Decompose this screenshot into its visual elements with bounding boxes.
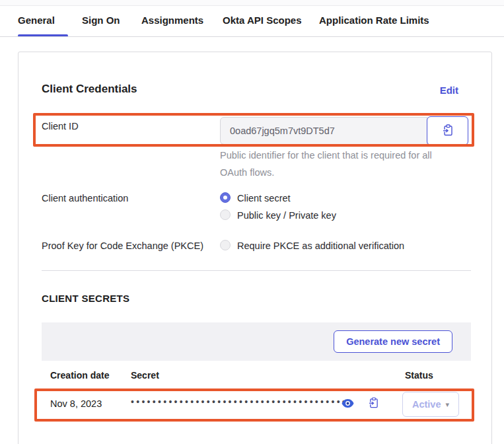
copy-client-id-button[interactable]: [427, 116, 468, 145]
clipboard-copy-icon: [443, 124, 453, 138]
radio-client-secret-label[interactable]: Client secret: [237, 193, 291, 204]
status-badge: Active: [412, 399, 441, 410]
reveal-secret-button[interactable]: [342, 399, 354, 408]
pkce-label: Proof Key for Code Exchange (PKCE): [42, 240, 203, 251]
edit-link[interactable]: Edit: [440, 85, 458, 96]
tab-okta-api-scopes[interactable]: Okta API Scopes: [223, 15, 302, 26]
copy-secret-button[interactable]: [369, 397, 378, 408]
eye-icon: [342, 400, 354, 410]
generate-new-secret-button[interactable]: Generate new secret: [334, 330, 452, 353]
general-settings-card: Client Credentials Edit Client ID 0oad67…: [18, 52, 492, 444]
tabbar-divider: [0, 36, 504, 37]
client-secrets-toolbar: Generate new secret: [42, 322, 471, 361]
pkce-checkbox[interactable]: [220, 240, 231, 250]
client-id-input[interactable]: 0oad67jgq5m7vt9DT5d7: [220, 117, 427, 145]
tab-application-rate-limits[interactable]: Application Rate Limits: [319, 15, 429, 26]
secret-status-dropdown[interactable]: Active ▾: [402, 392, 459, 417]
radio-public-private-key-label[interactable]: Public key / Private key: [237, 210, 336, 221]
tab-assignments[interactable]: Assignments: [141, 15, 203, 26]
radio-client-secret[interactable]: [220, 192, 231, 203]
client-secrets-title: CLIENT SECRETS: [42, 293, 129, 304]
secret-row-creation-date: Nov 8, 2023: [50, 398, 102, 409]
tab-sign-on[interactable]: Sign On: [82, 15, 120, 26]
column-header-secret: Secret: [131, 370, 159, 381]
column-header-status: Status: [405, 370, 433, 381]
radio-public-private-key[interactable]: [220, 209, 231, 220]
column-header-creation-date: Creation date: [50, 370, 109, 381]
client-authentication-label: Client authentication: [42, 193, 128, 204]
page-top-strip: [0, 0, 504, 6]
client-id-label: Client ID: [42, 121, 79, 131]
okta-app-settings-page: General Sign On Assignments Okta API Sco…: [0, 0, 504, 444]
caret-down-icon: ▾: [446, 400, 450, 409]
client-credentials-title: Client Credentials: [42, 83, 137, 96]
secret-masked-value: ••••••••••••••••••••••••••••••••••••••••: [131, 396, 347, 407]
clipboard-copy-icon: [369, 400, 378, 410]
tab-general[interactable]: General: [18, 15, 55, 26]
pkce-option-label[interactable]: Require PKCE as additional verification: [237, 240, 404, 251]
client-id-helper-text: Public identifier for the client that is…: [220, 147, 452, 181]
section-divider: [42, 270, 471, 271]
